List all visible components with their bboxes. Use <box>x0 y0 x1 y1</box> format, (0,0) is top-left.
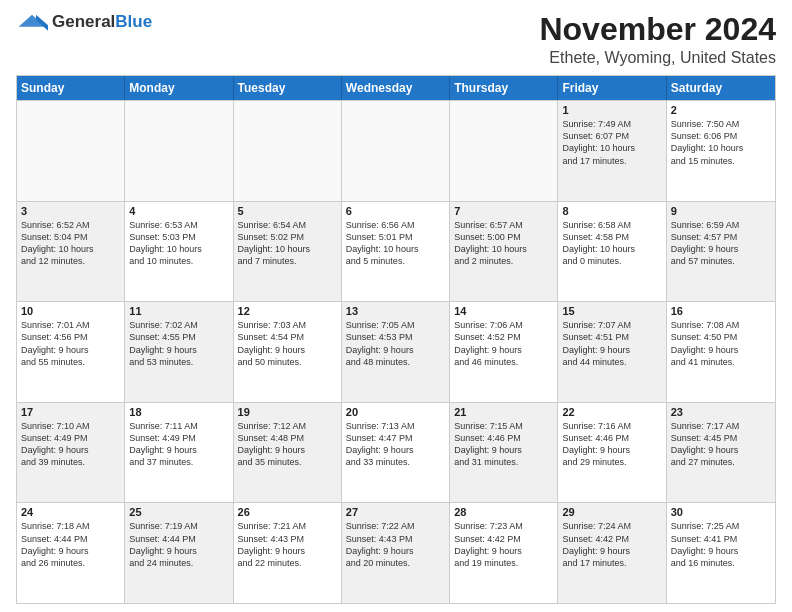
cell-info-line: and 31 minutes. <box>454 456 553 468</box>
cell-info-line: Sunrise: 7:15 AM <box>454 420 553 432</box>
cal-row-4: 24Sunrise: 7:18 AMSunset: 4:44 PMDayligh… <box>17 502 775 603</box>
cell-info-line: Sunset: 4:50 PM <box>671 331 771 343</box>
cell-info-line: and 46 minutes. <box>454 356 553 368</box>
cell-info-line: and 53 minutes. <box>129 356 228 368</box>
cell-info-line: Sunset: 4:47 PM <box>346 432 445 444</box>
cal-cell-r0c4 <box>450 101 558 201</box>
cell-info-line: and 55 minutes. <box>21 356 120 368</box>
day-number: 24 <box>21 506 120 518</box>
cal-header-sunday: Sunday <box>17 76 125 100</box>
cell-info-line: and 15 minutes. <box>671 155 771 167</box>
cell-info-line: Sunset: 4:42 PM <box>562 533 661 545</box>
day-number: 11 <box>129 305 228 317</box>
cal-cell-r2c5: 15Sunrise: 7:07 AMSunset: 4:51 PMDayligh… <box>558 302 666 402</box>
cell-info-line: Daylight: 10 hours <box>346 243 445 255</box>
cell-info-line: and 39 minutes. <box>21 456 120 468</box>
cal-cell-r4c3: 27Sunrise: 7:22 AMSunset: 4:43 PMDayligh… <box>342 503 450 603</box>
cal-cell-r3c2: 19Sunrise: 7:12 AMSunset: 4:48 PMDayligh… <box>234 403 342 503</box>
cell-info-line: Sunset: 4:46 PM <box>454 432 553 444</box>
cell-info-line: Daylight: 9 hours <box>346 545 445 557</box>
cell-info-line: and 12 minutes. <box>21 255 120 267</box>
day-number: 6 <box>346 205 445 217</box>
cal-cell-r4c4: 28Sunrise: 7:23 AMSunset: 4:42 PMDayligh… <box>450 503 558 603</box>
day-number: 9 <box>671 205 771 217</box>
cell-info-line: Sunset: 4:43 PM <box>346 533 445 545</box>
cell-info-line: Sunrise: 7:10 AM <box>21 420 120 432</box>
cell-info-line: Sunset: 5:03 PM <box>129 231 228 243</box>
cell-info-line: Daylight: 9 hours <box>21 344 120 356</box>
cal-cell-r2c6: 16Sunrise: 7:08 AMSunset: 4:50 PMDayligh… <box>667 302 775 402</box>
cell-info-line: Daylight: 10 hours <box>129 243 228 255</box>
cell-info-line: Sunrise: 7:06 AM <box>454 319 553 331</box>
cell-info-line: Sunset: 4:58 PM <box>562 231 661 243</box>
day-number: 2 <box>671 104 771 116</box>
cal-cell-r2c3: 13Sunrise: 7:05 AMSunset: 4:53 PMDayligh… <box>342 302 450 402</box>
cell-info-line: and 19 minutes. <box>454 557 553 569</box>
cal-cell-r1c3: 6Sunrise: 6:56 AMSunset: 5:01 PMDaylight… <box>342 202 450 302</box>
cell-info-line: and 22 minutes. <box>238 557 337 569</box>
cell-info-line: Daylight: 10 hours <box>562 243 661 255</box>
cal-row-1: 3Sunrise: 6:52 AMSunset: 5:04 PMDaylight… <box>17 201 775 302</box>
cal-cell-r1c5: 8Sunrise: 6:58 AMSunset: 4:58 PMDaylight… <box>558 202 666 302</box>
day-number: 28 <box>454 506 553 518</box>
cell-info-line: Daylight: 9 hours <box>562 444 661 456</box>
day-number: 1 <box>562 104 661 116</box>
cell-info-line: Sunset: 4:53 PM <box>346 331 445 343</box>
cell-info-line: Daylight: 9 hours <box>671 344 771 356</box>
cell-info-line: and 16 minutes. <box>671 557 771 569</box>
cell-info-line: Sunset: 4:56 PM <box>21 331 120 343</box>
cell-info-line: Sunset: 5:02 PM <box>238 231 337 243</box>
cell-info-line: and 10 minutes. <box>129 255 228 267</box>
cell-info-line: and 17 minutes. <box>562 557 661 569</box>
cell-info-line: Daylight: 9 hours <box>21 444 120 456</box>
cell-info-line: Daylight: 9 hours <box>454 444 553 456</box>
cell-info-line: Sunrise: 6:58 AM <box>562 219 661 231</box>
cell-info-line: and 26 minutes. <box>21 557 120 569</box>
cal-cell-r0c5: 1Sunrise: 7:49 AMSunset: 6:07 PMDaylight… <box>558 101 666 201</box>
cal-cell-r1c0: 3Sunrise: 6:52 AMSunset: 5:04 PMDaylight… <box>17 202 125 302</box>
cell-info-line: Daylight: 9 hours <box>454 545 553 557</box>
cell-info-line: Sunrise: 7:01 AM <box>21 319 120 331</box>
cell-info-line: and 48 minutes. <box>346 356 445 368</box>
cell-info-line: Sunrise: 6:53 AM <box>129 219 228 231</box>
cal-cell-r1c1: 4Sunrise: 6:53 AMSunset: 5:03 PMDaylight… <box>125 202 233 302</box>
cell-info-line: Sunrise: 7:16 AM <box>562 420 661 432</box>
cell-info-line: Sunrise: 6:54 AM <box>238 219 337 231</box>
cal-cell-r0c2 <box>234 101 342 201</box>
cal-header-tuesday: Tuesday <box>234 76 342 100</box>
day-number: 26 <box>238 506 337 518</box>
cal-cell-r1c6: 9Sunrise: 6:59 AMSunset: 4:57 PMDaylight… <box>667 202 775 302</box>
cell-info-line: Daylight: 9 hours <box>346 444 445 456</box>
cal-cell-r0c1 <box>125 101 233 201</box>
day-number: 4 <box>129 205 228 217</box>
cell-info-line: Daylight: 10 hours <box>21 243 120 255</box>
cell-info-line: Sunset: 6:06 PM <box>671 130 771 142</box>
cal-header-thursday: Thursday <box>450 76 558 100</box>
cal-cell-r2c2: 12Sunrise: 7:03 AMSunset: 4:54 PMDayligh… <box>234 302 342 402</box>
cal-header-saturday: Saturday <box>667 76 775 100</box>
cell-info-line: Daylight: 9 hours <box>671 444 771 456</box>
calendar-header: SundayMondayTuesdayWednesdayThursdayFrid… <box>17 76 775 100</box>
cal-cell-r3c4: 21Sunrise: 7:15 AMSunset: 4:46 PMDayligh… <box>450 403 558 503</box>
generalblue-logo-icon <box>16 12 48 32</box>
cell-info-line: Sunrise: 7:05 AM <box>346 319 445 331</box>
calendar: SundayMondayTuesdayWednesdayThursdayFrid… <box>16 75 776 604</box>
cal-cell-r0c0 <box>17 101 125 201</box>
cell-info-line: Sunrise: 7:11 AM <box>129 420 228 432</box>
cell-info-line: and 27 minutes. <box>671 456 771 468</box>
cell-info-line: and 35 minutes. <box>238 456 337 468</box>
cell-info-line: and 50 minutes. <box>238 356 337 368</box>
cell-info-line: and 44 minutes. <box>562 356 661 368</box>
cell-info-line: Daylight: 9 hours <box>671 545 771 557</box>
cal-cell-r1c4: 7Sunrise: 6:57 AMSunset: 5:00 PMDaylight… <box>450 202 558 302</box>
cell-info-line: Sunrise: 7:22 AM <box>346 520 445 532</box>
day-number: 14 <box>454 305 553 317</box>
cal-cell-r0c6: 2Sunrise: 7:50 AMSunset: 6:06 PMDaylight… <box>667 101 775 201</box>
cell-info-line: Sunrise: 7:24 AM <box>562 520 661 532</box>
cell-info-line: Sunrise: 7:25 AM <box>671 520 771 532</box>
cell-info-line: Sunset: 4:45 PM <box>671 432 771 444</box>
cell-info-line: Daylight: 9 hours <box>671 243 771 255</box>
cell-info-line: Sunset: 4:57 PM <box>671 231 771 243</box>
cell-info-line: and 17 minutes. <box>562 155 661 167</box>
cell-info-line: Sunset: 4:44 PM <box>129 533 228 545</box>
